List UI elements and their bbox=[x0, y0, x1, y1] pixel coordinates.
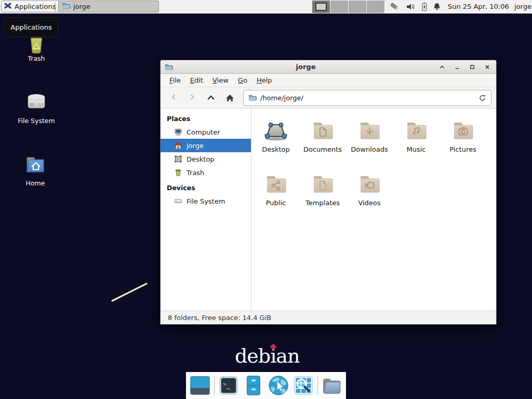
file-label: Pictures bbox=[449, 145, 476, 153]
dock-separator bbox=[214, 376, 215, 395]
file-label: Music bbox=[407, 145, 426, 153]
menu-go[interactable]: Go bbox=[233, 75, 252, 86]
terminal-launcher[interactable]: > _ bbox=[217, 374, 241, 397]
panel-user-actions[interactable]: jorge bbox=[514, 0, 531, 14]
show-desktop-button[interactable] bbox=[188, 374, 212, 397]
desktop-icon-filesystem[interactable] bbox=[24, 89, 49, 116]
sidebar-item-home-jorge[interactable]: jorge bbox=[161, 139, 251, 152]
maximize-window-button[interactable] bbox=[469, 63, 476, 71]
sidebar-item-filesystem[interactable]: File System bbox=[161, 194, 251, 208]
sidebar-item-label: File System bbox=[187, 197, 225, 205]
close-window-button[interactable] bbox=[484, 63, 491, 71]
window-title: jorge bbox=[173, 63, 438, 71]
battery-tray-icon[interactable] bbox=[419, 2, 430, 12]
app-finder-icon bbox=[292, 375, 314, 396]
application-finder-launcher[interactable] bbox=[291, 374, 315, 397]
svg-text:_: _ bbox=[227, 382, 230, 389]
file-cabinet-icon bbox=[243, 375, 264, 396]
reload-button[interactable] bbox=[478, 94, 486, 102]
dock-panel: > _ bbox=[186, 372, 346, 399]
workspace-3[interactable] bbox=[349, 1, 366, 13]
workspace-window-preview bbox=[315, 3, 327, 11]
folder-launcher[interactable] bbox=[320, 374, 344, 397]
input-device-tray-icon[interactable] bbox=[390, 2, 400, 12]
home-button[interactable] bbox=[221, 90, 238, 105]
downloads-folder-icon bbox=[357, 118, 382, 143]
reload-icon bbox=[478, 94, 486, 102]
hard-drive-icon bbox=[174, 197, 182, 205]
forward-icon: › bbox=[190, 91, 195, 102]
up-button[interactable] bbox=[203, 90, 219, 105]
shade-window-button[interactable] bbox=[438, 63, 446, 71]
menu-view[interactable]: View bbox=[208, 75, 233, 86]
panel-handle[interactable] bbox=[55, 3, 56, 11]
back-icon: ‹ bbox=[171, 91, 176, 102]
devices-header: Devices bbox=[161, 182, 251, 194]
file-item-documents[interactable]: Documents bbox=[299, 116, 346, 169]
debian-logo-dotted-i: i bbox=[270, 344, 276, 367]
tooltip-label: Applications bbox=[10, 23, 51, 31]
svg-text:>: > bbox=[223, 381, 227, 387]
file-label: Desktop bbox=[262, 145, 290, 153]
workspace-2[interactable] bbox=[330, 1, 348, 13]
web-browser-launcher[interactable] bbox=[267, 374, 290, 397]
desktop-icon-trash-label[interactable]: Trash bbox=[5, 55, 68, 62]
applications-menu-label: Applications bbox=[15, 3, 56, 10]
file-item-videos[interactable]: Videos bbox=[346, 169, 393, 223]
applications-menu-button[interactable]: Applications bbox=[1, 1, 61, 12]
minimize-window-button[interactable] bbox=[454, 63, 461, 71]
sidebar-item-label: Computer bbox=[187, 128, 220, 136]
templates-folder-icon bbox=[310, 171, 335, 196]
file-manager-launcher[interactable] bbox=[242, 374, 265, 397]
videos-folder-icon bbox=[357, 171, 382, 196]
sidebar-item-computer[interactable]: Computer bbox=[161, 125, 251, 139]
sidebar-item-label: Desktop bbox=[187, 155, 215, 163]
desktop-icon bbox=[263, 118, 288, 143]
desktop-icon bbox=[174, 155, 182, 163]
dock-separator bbox=[317, 376, 318, 395]
file-label: Videos bbox=[358, 199, 380, 207]
file-item-templates[interactable]: Templates bbox=[299, 169, 346, 223]
workspace-switcher bbox=[312, 1, 384, 13]
menu-edit[interactable]: Edit bbox=[185, 75, 208, 86]
menu-file[interactable]: File bbox=[165, 75, 185, 86]
file-item-pictures[interactable]: Pictures bbox=[440, 116, 486, 169]
file-item-downloads[interactable]: Downloads bbox=[346, 116, 393, 169]
desktop-icon-home-label[interactable]: Home bbox=[4, 179, 66, 187]
sidebar: Places Computer jorge Desktop Trash bbox=[161, 109, 251, 311]
file-item-music[interactable]: Music bbox=[393, 116, 440, 169]
file-label: Public bbox=[266, 199, 286, 207]
volume-tray-icon[interactable] bbox=[405, 2, 416, 12]
window-titlebar[interactable]: jorge bbox=[161, 60, 496, 74]
current-path: /home/jorge/ bbox=[260, 94, 475, 102]
sidebar-item-label: Trash bbox=[187, 169, 204, 177]
folder-icon bbox=[248, 94, 257, 102]
chevron-up-icon bbox=[207, 94, 215, 102]
public-folder-icon bbox=[263, 171, 288, 196]
file-item-desktop[interactable]: Desktop bbox=[252, 116, 299, 169]
taskbar-window-button[interactable]: jorge bbox=[58, 1, 159, 12]
workspace-1[interactable] bbox=[312, 1, 330, 13]
sidebar-item-desktop[interactable]: Desktop bbox=[161, 152, 251, 166]
folder-icon bbox=[62, 2, 70, 11]
menu-help[interactable]: Help bbox=[252, 75, 277, 86]
top-panel: Applications jorge Sun 25 Apr, 10:06 bbox=[0, 0, 532, 14]
forward-button[interactable]: › bbox=[184, 90, 201, 105]
file-label: Downloads bbox=[351, 145, 388, 153]
toolbar: ‹ › /home/jorge/ bbox=[161, 87, 496, 109]
music-folder-icon bbox=[404, 118, 429, 143]
cursor-trail-line bbox=[109, 281, 151, 304]
desktop-icon-home[interactable] bbox=[23, 151, 48, 178]
window-main: Places Computer jorge Desktop Trash bbox=[161, 109, 496, 311]
notifications-bell-tray-icon[interactable] bbox=[432, 2, 442, 12]
sidebar-item-label: jorge bbox=[187, 142, 204, 150]
statusbar-text: 8 folders, Free space: 14.4 GiB bbox=[168, 314, 271, 322]
workspace-4[interactable] bbox=[367, 1, 384, 13]
file-item-public[interactable]: Public bbox=[252, 169, 299, 223]
desktop-icon-filesystem-label[interactable]: File System bbox=[5, 117, 68, 125]
xfce-logo-icon bbox=[4, 2, 12, 11]
location-bar[interactable]: /home/jorge/ bbox=[243, 90, 491, 106]
sidebar-item-trash[interactable]: Trash bbox=[161, 166, 251, 179]
panel-clock[interactable]: Sun 25 Apr, 10:06 bbox=[448, 0, 509, 14]
back-button[interactable]: ‹ bbox=[165, 90, 182, 105]
